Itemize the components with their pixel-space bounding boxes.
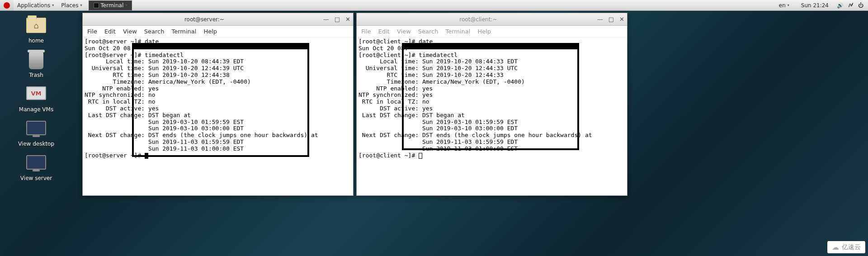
window-title: root@server:~ <box>85 16 323 23</box>
chevron-down-icon: ▾ <box>125 3 127 7</box>
desktop-icon-label: Trash <box>9 72 63 78</box>
lang-label: en <box>779 2 786 9</box>
maximize-button[interactable]: □ <box>609 16 614 23</box>
volume-icon[interactable]: 🔊 <box>837 2 844 9</box>
applications-label: Applications <box>17 2 50 9</box>
desktop-icon-trash[interactable]: Trash <box>9 52 63 78</box>
taskbar-terminal-button[interactable]: Terminal ▾ <box>89 0 132 10</box>
vm-icon: VM <box>25 86 47 104</box>
desktop-icon-label: View desktop <box>9 141 63 147</box>
panel-right: en▾ Sun 21:24 🔊 🗲 ⏻ <box>775 0 868 11</box>
clock-label: Sun 21:24 <box>801 2 829 9</box>
menu-file[interactable]: File <box>87 28 97 35</box>
monitor-icon <box>25 155 47 173</box>
terminal-output[interactable]: [root@client ~]# date Sun Oct 20 08: [ro… <box>357 38 627 195</box>
menu-view[interactable]: View <box>397 28 411 35</box>
battery-icon[interactable]: 🗲 <box>848 2 854 9</box>
maximize-button[interactable]: □ <box>335 16 340 23</box>
terminal-window-client[interactable]: root@client:~ — □ ✕ File Edit View Searc… <box>356 13 627 196</box>
chevron-down-icon: ▾ <box>52 3 54 7</box>
trash-icon <box>25 52 47 70</box>
menubar: File Edit View Search Terminal Help <box>83 26 353 38</box>
menu-edit[interactable]: Edit <box>378 28 390 35</box>
menu-edit[interactable]: Edit <box>104 28 116 35</box>
menu-search[interactable]: Search <box>144 28 165 35</box>
monitor-icon <box>25 121 47 139</box>
chevron-down-icon: ▾ <box>80 3 82 7</box>
menubar: File Edit View Search Terminal Help <box>357 26 627 38</box>
desktop-icon-label: View server <box>9 175 63 181</box>
close-button[interactable]: ✕ <box>345 16 350 23</box>
terminal-icon <box>94 3 99 8</box>
top-panel: Applications▾ Places▾ Terminal ▾ en▾ Sun… <box>0 0 868 11</box>
menu-terminal[interactable]: Terminal <box>445 28 470 35</box>
applications-menu[interactable]: Applications▾ <box>14 0 57 11</box>
clock[interactable]: Sun 21:24 <box>797 0 832 11</box>
menu-terminal[interactable]: Terminal <box>171 28 196 35</box>
fedora-menu[interactable] <box>0 0 14 11</box>
fedora-icon <box>4 2 10 9</box>
desktop-icon-view-server[interactable]: View server <box>9 155 63 181</box>
minimize-button[interactable]: — <box>597 16 603 23</box>
desktop-icon-view-desktop[interactable]: View desktop <box>9 121 63 147</box>
cloud-icon: ☁ <box>832 243 839 251</box>
chevron-down-icon: ▾ <box>788 3 789 7</box>
folder-icon: ⌂ <box>25 18 47 36</box>
menu-help[interactable]: Help <box>203 28 217 35</box>
taskbar-terminal-label: Terminal <box>101 2 124 9</box>
watermark: ☁ 亿速云 <box>827 241 865 253</box>
lang-indicator[interactable]: en▾ <box>775 0 793 11</box>
power-icon[interactable]: ⏻ <box>858 2 863 9</box>
window-title: root@client:~ <box>359 16 597 23</box>
desktop-icon-label: Manage VMs <box>9 106 63 113</box>
panel-left: Applications▾ Places▾ Terminal ▾ <box>0 0 132 11</box>
menu-file[interactable]: File <box>361 28 371 35</box>
terminal-output[interactable]: [root@server ~]# date Sun Oct 20 08: [ro… <box>83 38 353 195</box>
menu-view[interactable]: View <box>123 28 137 35</box>
window-buttons: — □ ✕ <box>323 16 350 23</box>
desktop-icon-home[interactable]: ⌂ home <box>9 18 63 44</box>
desktop-icon-label: home <box>9 38 63 44</box>
window-buttons: — □ ✕ <box>597 16 624 23</box>
menu-help[interactable]: Help <box>477 28 491 35</box>
minimize-button[interactable]: — <box>323 16 329 23</box>
desktop-icons: ⌂ home Trash VM Manage VMs View desktop … <box>9 16 63 190</box>
places-label: Places <box>61 2 78 9</box>
watermark-text: 亿速云 <box>842 243 861 251</box>
terminal-window-server[interactable]: root@server:~ — □ ✕ File Edit View Searc… <box>82 13 354 196</box>
close-button[interactable]: ✕ <box>619 16 624 23</box>
titlebar[interactable]: root@client:~ — □ ✕ <box>357 13 627 26</box>
titlebar[interactable]: root@server:~ — □ ✕ <box>83 13 353 26</box>
places-menu[interactable]: Places▾ <box>57 0 85 11</box>
menu-search[interactable]: Search <box>418 28 439 35</box>
desktop-icon-manage-vms[interactable]: VM Manage VMs <box>9 86 63 113</box>
